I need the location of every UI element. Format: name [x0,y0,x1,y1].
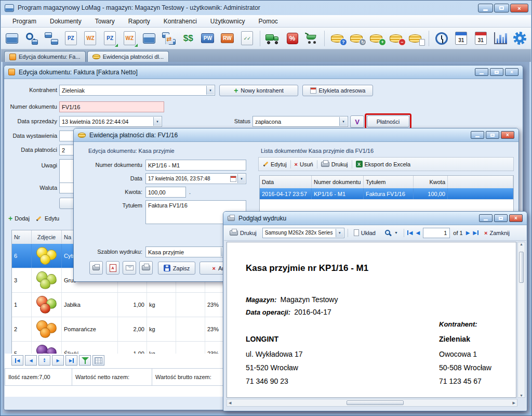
list-edytuj-button[interactable]: Edytuj [263,161,287,167]
goods-box-icon[interactable] [3,29,21,48]
print-preview-button[interactable] [89,261,103,275]
nav-last-button[interactable]: ▶ [65,355,77,366]
data-sprzedazy-picker[interactable]: 13 kwietnia 2016 22:44:04 ▼ [59,116,162,127]
printer-select[interactable]: Samsung M262x 282x Series ▼ [262,228,344,238]
filter-button[interactable] [79,355,91,366]
menu-towary[interactable]: Towary [90,16,120,27]
kp-data-picker[interactable]: 17 kwietnia 2016, 23:57:48 ▼ [145,173,246,184]
page-next-button[interactable]: ▶ [466,230,470,236]
pz-document-icon[interactable]: PZ [62,29,80,48]
wz-correction-icon[interactable]: WZ [121,29,139,48]
pz-correction-icon[interactable]: PZ [101,29,119,48]
scroll-up-icon[interactable]: ▲ [520,242,523,246]
grid-options-button[interactable] [92,355,104,366]
status-select[interactable]: zapłacona ▼ [252,116,348,127]
reports-chart-icon[interactable] [491,29,510,48]
preview-window-title-bar[interactable]: Podgląd wydruku × [223,212,527,225]
chevron-down-icon[interactable]: ▼ [336,229,343,237]
vertical-scrollbar[interactable]: ▲ ▼ [517,242,525,398]
discount-percent-icon[interactable]: % [283,29,301,48]
pdf-button[interactable]: A [106,261,119,275]
drukuj-button[interactable]: Drukuj [227,229,259,237]
payments-sync-icon[interactable]: ↻ [348,29,366,48]
maximize-button[interactable] [490,68,503,76]
tab-ewidencja-platnosci[interactable]: Ewidencja płatności dl... [87,51,169,62]
page-prev-button[interactable]: ◀ [416,230,420,236]
zapisz-button[interactable]: Zapisz [158,262,195,275]
price-dollars-icon[interactable]: $$ [179,29,197,48]
purchase-cart-icon[interactable] [303,29,321,48]
kp-numer-input[interactable]: KP1/16 - M1 [145,160,246,171]
email-button[interactable] [123,261,136,275]
minimize-button[interactable] [479,214,493,222]
list-eksport-button[interactable]: X Eksport do Excela [356,161,411,167]
edytuj-button[interactable]: Edytu [36,215,59,222]
calendar-blue-icon[interactable]: 31 [452,29,470,48]
etykieta-adresowa-button[interactable]: Etykieta adresowa [302,85,373,96]
invoice-window-title-bar[interactable]: Edycja dokumentu: Faktura [Faktura Netto… [4,66,523,79]
header-data[interactable]: Data [260,176,312,188]
pw-document-icon[interactable]: PW [199,29,217,48]
zamknij-button[interactable]: × Zamknij [482,229,512,237]
header-tytulem[interactable]: Tytułem [364,176,414,188]
minimize-button[interactable] [471,131,484,139]
payment-add-icon[interactable]: + [368,29,386,48]
maximize-button[interactable] [494,4,509,12]
inventory-box-icon[interactable] [140,29,158,48]
header-kwota[interactable]: Kwota [414,176,448,188]
printer-settings-button[interactable] [139,261,153,275]
rw-document-icon[interactable]: RW [218,29,236,48]
menu-pomoc[interactable]: Pomoc [254,16,283,27]
close-button[interactable]: × [501,131,514,139]
menu-uzytkownicy[interactable]: Użytkownicy [205,16,250,27]
minimize-button[interactable] [475,68,488,76]
dodaj-button[interactable]: + Dodaj [8,215,30,222]
szablon-select[interactable]: Kasa przyjmie ▼ [145,246,230,257]
kontrahent-select[interactable]: Zieleniak ▼ [59,85,215,96]
minimize-button[interactable] [478,4,493,12]
platnosci-button[interactable]: Płatności [367,115,409,127]
search-goods-icon[interactable] [23,29,41,48]
maximize-button[interactable] [486,131,499,139]
nav-sort-button[interactable]: ▲▼ [38,355,50,366]
page-number-input[interactable]: 1 [423,228,450,238]
chevron-down-icon[interactable]: ▼ [206,86,214,95]
payments-list-icon[interactable] [407,29,425,48]
v-payments-button[interactable]: V [350,115,364,128]
list-drukuj-button[interactable]: Drukuj [321,161,348,167]
transfer-icon[interactable]: ⇄ [159,29,178,48]
scroll-down-icon[interactable]: ▼ [520,394,523,397]
history-clock-icon[interactable] [433,29,451,48]
nav-first-button[interactable]: ◀ [11,355,23,366]
payments-window-title-bar[interactable]: Ewidencja płatności dla: FV1/16 × [74,128,518,142]
calendar-icon[interactable] [230,176,236,182]
chevron-down-icon[interactable]: ▼ [237,174,245,183]
menu-program[interactable]: Program [7,16,42,27]
horizontal-scrollbar[interactable]: ◀ ▶ [227,399,517,407]
header-zdjecie[interactable]: Zdjęcie [32,230,62,243]
page-last-button[interactable]: ▶ [473,230,478,236]
wz-document-icon[interactable]: WZ [82,29,100,48]
tab-edycja-dokumentu[interactable]: Edycja dokumentu: Fa... [4,51,86,62]
scroll-right-icon[interactable]: ▶ [513,401,515,405]
delivery-truck-icon[interactable] [264,29,282,48]
nowy-kontrahent-button[interactable]: + Nowy kontrahent [219,85,298,96]
chevron-down-icon[interactable]: ▼ [339,117,347,126]
menu-raporty[interactable]: Raporty [123,16,155,27]
close-button[interactable]: × [505,68,518,76]
horizontal-scroll-thumb[interactable] [347,400,404,405]
payment-remove-icon[interactable]: − [387,29,405,48]
vertical-scroll-thumb[interactable] [519,252,524,283]
table-row[interactable]: 2016-04-17 23:57 KP1/16 - M1 Faktura FV1… [260,188,513,200]
kp-kwota-input[interactable]: 100,00 [145,187,186,198]
goods-group-icon[interactable] [42,29,60,48]
settings-gear-icon[interactable] [511,29,529,48]
page-first-button[interactable]: ◀ [407,230,413,236]
nav-prev-button[interactable]: ◀ [25,355,37,366]
payments-query-icon[interactable]: ? [328,29,347,48]
close-button[interactable]: × [510,4,528,12]
chevron-down-icon[interactable]: ▼ [153,117,161,126]
menu-kontrahenci[interactable]: Kontrahenci [158,16,202,27]
calendar-red-icon[interactable]: 31 [472,29,490,48]
numer-dokumentu-input[interactable]: FV1/16 [59,101,164,112]
